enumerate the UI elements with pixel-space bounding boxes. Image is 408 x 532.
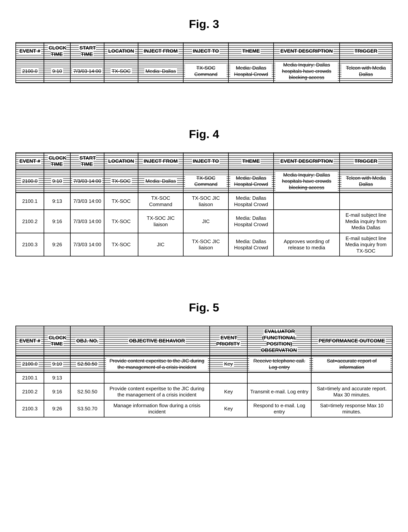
cell-text: TX-SOC JIC liaison <box>192 195 220 207</box>
cell-text: Media: Dallas Hospital Crowd <box>234 238 268 251</box>
table-cell: E-mail subject line Media inquiry from T… <box>340 233 392 256</box>
cell-text: Transmit e-mail. Log entry <box>250 389 308 394</box>
col-event-desc: EVENT DESCRIPTION <box>274 43 340 60</box>
table-row: 2100.09:107/3/03 14:00TX-SOCMedia: Dalla… <box>16 170 392 193</box>
fig5-table: EVENT # CLOCK TIME OBJ. NO. OBJECTIVE BE… <box>16 326 392 417</box>
cell-text: JIC <box>202 219 210 224</box>
fig3-tbody: 2100.09:107/3/03 14:00TX-SOCMedia: Dalla… <box>16 60 392 83</box>
col-trigger: TRIGGER <box>340 153 392 170</box>
table-cell: Provide content experitse to the JIC dur… <box>104 356 210 373</box>
table-cell: TX-SOC JIC liaison <box>183 233 229 256</box>
col-inject-from: INJECT FROM <box>138 43 183 60</box>
table-cell: S2.50.50 <box>70 383 104 400</box>
table-row: 2100.29:16S2.50.50Provide content experi… <box>16 383 392 400</box>
cell-text: TX-SOC JIC liaison <box>192 238 220 251</box>
cell-text: 9:26 <box>52 406 62 411</box>
fig4-title: Fig. 4 <box>16 127 392 141</box>
table-cell: Sat=accurate report of information <box>311 356 392 373</box>
cell-text: Provide content experitse to the JIC dur… <box>110 386 204 398</box>
col-event: EVENT # <box>16 153 44 170</box>
col-evaluator: EVALUATOR (FUNCTIONAL POSITION) OBSERVAT… <box>247 326 311 356</box>
col-event: EVENT # <box>16 326 44 356</box>
table-cell: Key <box>210 383 247 400</box>
table-row: 2100.09:10S2.50.50Provide content experi… <box>16 356 392 373</box>
table-cell: E-mail subject line Media inquiry from M… <box>340 210 392 233</box>
col-inject-from: INJECT FROM <box>138 153 183 170</box>
table-cell: Media: Dallas Hospital Crowd <box>229 210 274 233</box>
col-clock: CLOCK TIME <box>44 43 70 60</box>
table-cell: 7/3/03 14:00 <box>70 210 104 233</box>
table-cell: Telcon with Media Dallas <box>340 60 392 83</box>
cell-text: 2100.2 <box>22 389 38 394</box>
cell-text: TX-SOC <box>112 198 131 204</box>
cell-text: Provide content experitse to the JIC dur… <box>106 358 208 370</box>
col-theme: THEME <box>229 43 274 60</box>
cell-text: 9:10 <box>51 178 63 184</box>
cell-text: Media Inquiry: Dallas hospitals have cro… <box>275 172 338 191</box>
table-cell: 9:26 <box>44 233 70 256</box>
table-cell: TX-SOC Command <box>183 60 229 83</box>
table-cell: S2.50.50 <box>70 356 104 373</box>
cell-text: Manage information flow during a crisis … <box>113 403 201 415</box>
table-cell <box>247 373 311 383</box>
col-start: START TIME <box>70 43 104 60</box>
table-cell: 9:10 <box>44 60 70 83</box>
cell-text: 9:16 <box>52 389 62 394</box>
table-cell: Approves wording of release to media <box>274 233 340 256</box>
table-cell: Receive telephone call. Log entry <box>247 356 311 373</box>
cell-text: Media: Dallas Hospital Crowd <box>234 215 268 227</box>
table-row: 2100.39:267/3/03 14:00TX-SOCJICTX-SOC JI… <box>16 233 392 256</box>
cell-text: S2.50.50 <box>77 389 97 394</box>
cell-text: Key <box>224 406 233 411</box>
cell-text: 2100.3 <box>22 242 38 247</box>
table-cell: Media: Dallas Hospital Crowd <box>229 60 274 83</box>
page: Fig. 3 EVENT # CLOCK TIME START TIME LOC… <box>0 0 408 429</box>
cell-text: E-mail subject line Media inquiry from T… <box>345 236 387 254</box>
cell-text: TX-SOC Command <box>149 195 172 207</box>
table-cell: S3.50.70 <box>70 400 104 417</box>
table-row: 2100.39:26S3.50.70Manage information flo… <box>16 400 392 417</box>
cell-text: 9:10 <box>51 68 63 74</box>
table-cell: 2100.0 <box>16 60 44 83</box>
spacer <box>16 83 392 122</box>
table-cell: Media Inquiry: Dallas hospitals have cro… <box>274 60 340 83</box>
cell-text: S3.50.70 <box>77 406 97 411</box>
cell-text: Telcon with Media Dallas <box>341 175 391 188</box>
table-cell: TX-SOC <box>104 170 138 193</box>
col-outcome: PERFORMANCE OUTCOME <box>311 326 392 356</box>
cell-text: 7/3/03 14:00 <box>73 219 101 224</box>
table-cell: JIC <box>138 233 183 256</box>
col-inject-to: INJECT TO <box>183 153 229 170</box>
table-cell <box>104 373 210 383</box>
fig4-table: EVENT # CLOCK TIME START TIME LOCATION I… <box>16 152 392 257</box>
cell-text: 7/3/03 14:00 <box>73 242 101 247</box>
table-cell <box>274 193 340 210</box>
col-event: EVENT # <box>16 43 44 60</box>
table-cell: Key <box>210 400 247 417</box>
table-cell: 2100.1 <box>16 193 44 210</box>
table-cell: 2100.0 <box>16 170 44 193</box>
table-cell: TX-SOC JIC liaison <box>183 193 229 210</box>
table-cell: TX-SOC <box>104 233 138 256</box>
cell-text: 9:10 <box>51 361 63 367</box>
cell-text: TX-SOC <box>112 219 131 224</box>
col-priority: EVENT PRIORITY <box>210 326 247 356</box>
cell-text: Key <box>223 361 234 367</box>
cell-text: Sat=timely and accurate report. Max 30 m… <box>317 386 387 398</box>
table-cell: 7/3/03 14:00 <box>70 193 104 210</box>
cell-text: Respond to e-mail. Log entry <box>253 403 305 415</box>
spacer <box>16 256 392 295</box>
table-row: 2100.19:137/3/03 14:00TX-SOCTX-SOC Comma… <box>16 193 392 210</box>
fig4-thead: EVENT # CLOCK TIME START TIME LOCATION I… <box>16 153 392 170</box>
col-location: LOCATION <box>104 153 138 170</box>
cell-text: Sat=timely response Max 10 minutes. <box>320 403 383 415</box>
table-cell: Media Inquiry: Dallas hospitals have cro… <box>274 170 340 193</box>
table-cell <box>210 373 247 383</box>
table-cell: 2100.2 <box>16 383 44 400</box>
table-cell: 9:26 <box>44 400 70 417</box>
cell-text: TX-SOC <box>110 68 132 74</box>
table-cell: TX-SOC Command <box>183 170 229 193</box>
table-cell: 7/3/03 14:00 <box>70 60 104 83</box>
cell-text: S2.50.50 <box>76 361 98 367</box>
table-cell: 2100.3 <box>16 233 44 256</box>
